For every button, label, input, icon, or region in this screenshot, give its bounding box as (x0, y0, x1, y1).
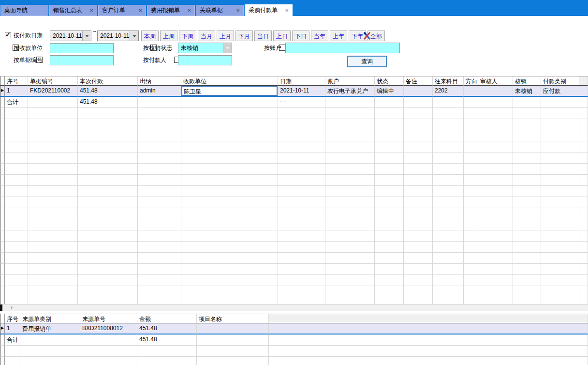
date-from-picker[interactable]: 2021-10-11 (50, 30, 91, 41)
table-cell[interactable]: 编辑中 (375, 86, 404, 97)
chevron-down-icon[interactable] (130, 31, 138, 41)
table-cell[interactable]: 451.48 (137, 323, 197, 335)
close-icon[interactable]: × (184, 7, 191, 14)
table-cell[interactable] (464, 97, 478, 108)
close-icon[interactable]: × (233, 7, 240, 14)
payee-input[interactable] (50, 43, 114, 53)
table-cell[interactable] (269, 335, 588, 346)
table-cell[interactable] (269, 323, 588, 335)
table-cell[interactable]: 1 (5, 86, 28, 97)
table-cell[interactable] (28, 97, 78, 108)
header-cell[interactable]: 核销 (513, 76, 541, 86)
table-cell[interactable]: 451.48 (137, 335, 197, 346)
table-cell[interactable]: 费用报销单 (20, 323, 80, 335)
table-cell[interactable] (20, 335, 80, 346)
table-cell[interactable]: 451.48 (78, 97, 138, 108)
payment-date-checkbox[interactable] (5, 32, 11, 38)
range-button[interactable]: 当月 (198, 30, 215, 41)
header-cell[interactable]: 日期 (278, 76, 325, 86)
range-button[interactable]: 上月 (217, 30, 234, 41)
doc-no-input[interactable] (50, 55, 114, 65)
close-icon[interactable]: × (282, 7, 289, 14)
inline-editor[interactable]: 陈卫星 (181, 86, 278, 96)
tab-6[interactable]: 采购付款单× (245, 4, 293, 16)
table-cell[interactable] (375, 97, 404, 108)
range-button[interactable]: 下月 (235, 30, 253, 41)
table-cell[interactable] (433, 97, 464, 108)
tab-1[interactable]: 桌面导航 (0, 5, 48, 16)
close-icon[interactable]: × (87, 7, 93, 14)
header-cell[interactable]: 收款单位 (181, 76, 278, 86)
header-cell[interactable]: 付款类别 (541, 76, 579, 86)
scroll-left-icon[interactable]: ‹ (11, 304, 13, 311)
table-cell[interactable]: 2202 (433, 86, 464, 97)
table-cell[interactable]: 合计 (5, 335, 20, 346)
table-cell[interactable]: 陈卫星 (181, 86, 278, 97)
header-cell[interactable]: 方向 (464, 76, 478, 86)
table-cell[interactable] (541, 97, 579, 108)
table-cell[interactable] (80, 335, 137, 346)
header-cell[interactable]: 账户 (325, 76, 375, 86)
tab-2[interactable]: 销售汇总表× (49, 5, 97, 16)
table-cell[interactable] (404, 97, 433, 108)
header-cell[interactable]: 来源单类别 (20, 314, 80, 323)
range-button[interactable]: 下周 (179, 30, 196, 41)
table-cell[interactable]: - - (278, 97, 325, 108)
table-cell[interactable] (197, 335, 269, 346)
header-cell[interactable]: 出纳 (138, 76, 181, 86)
table-cell[interactable]: 农行电子承兑户 (325, 86, 375, 97)
header-cell[interactable]: 备注 (404, 76, 433, 86)
range-button[interactable]: 本周 (141, 30, 159, 41)
range-button[interactable]: 上年 (330, 30, 347, 41)
table-cell[interactable] (478, 97, 513, 108)
table-cell[interactable] (138, 97, 181, 108)
header-cell[interactable]: 序号 (5, 76, 28, 86)
range-button[interactable]: 当年 (311, 30, 328, 41)
table-cell[interactable]: BXD211008012 (80, 323, 137, 335)
table-cell[interactable]: 2021-10-11 (278, 86, 325, 97)
table-cell[interactable]: 451.48 (78, 86, 138, 97)
table-cell[interactable] (404, 86, 433, 97)
header-cell[interactable]: 序号 (5, 314, 20, 323)
table-cell[interactable]: 合计 (5, 97, 28, 108)
table-cell[interactable] (464, 86, 478, 97)
table-cell[interactable] (325, 97, 375, 108)
range-button[interactable]: 上日 (273, 30, 291, 41)
table-cell[interactable] (513, 97, 541, 108)
header-cell[interactable] (579, 76, 588, 86)
range-button[interactable]: 当日 (254, 30, 272, 41)
date-to-picker[interactable]: 2021-10-11 (97, 30, 139, 41)
range-button[interactable]: 下日 (292, 30, 309, 41)
tab-3[interactable]: 客户订单× (98, 5, 146, 16)
query-button[interactable]: 查询 (347, 56, 387, 67)
header-cell[interactable]: 本次付款 (78, 76, 138, 86)
chevron-down-icon[interactable] (82, 31, 91, 41)
header-cell[interactable]: 往来科目 (433, 76, 464, 86)
table-cell[interactable] (579, 97, 588, 108)
table-cell[interactable] (579, 86, 588, 97)
close-icon[interactable]: × (135, 7, 142, 14)
header-cell[interactable]: 金额 (137, 314, 197, 323)
header-cell[interactable] (269, 314, 588, 323)
table-cell[interactable] (478, 86, 513, 97)
header-cell[interactable]: 审核人 (478, 76, 513, 86)
filter-tools-icon[interactable] (361, 30, 373, 42)
horizontal-scrollbar[interactable]: ‹ (0, 304, 588, 311)
table-cell[interactable]: FKD202110002 (28, 86, 78, 97)
header-cell[interactable]: 状态 (375, 76, 404, 86)
range-button[interactable]: 上周 (160, 30, 177, 41)
table-cell[interactable]: 应付款 (541, 86, 579, 97)
writeoff-status-select[interactable]: 未核销 (178, 43, 232, 53)
header-cell[interactable]: 单据编号 (28, 76, 78, 86)
header-cell[interactable]: 项目名称 (197, 314, 269, 323)
table-cell[interactable] (181, 97, 278, 108)
header-cell[interactable]: 来源单号 (80, 314, 137, 323)
payer-input[interactable] (178, 55, 232, 65)
tab-5[interactable]: 关联单据× (196, 5, 244, 16)
table-cell[interactable] (197, 323, 269, 335)
chevron-down-icon[interactable] (223, 43, 232, 53)
table-cell[interactable]: admin (138, 86, 181, 97)
table-cell[interactable]: 未核销 (513, 86, 541, 97)
tab-4[interactable]: 费用报销单× (147, 5, 195, 16)
table-cell[interactable]: 1 (5, 323, 20, 335)
